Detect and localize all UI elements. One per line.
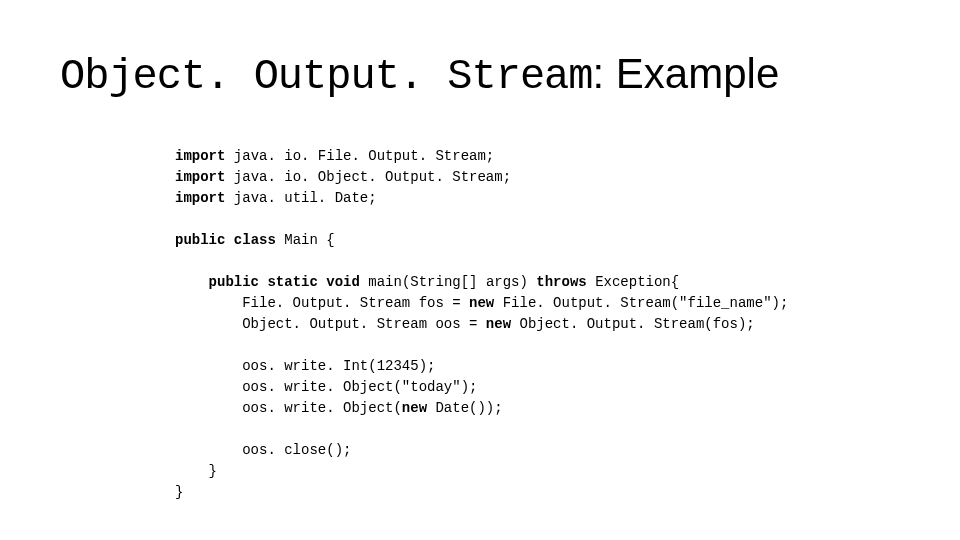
code-indent [175,274,209,290]
code-text: } [175,463,217,479]
code-text: Date()); [427,400,503,416]
keyword-public: public [209,274,259,290]
keyword-class: class [234,232,276,248]
code-text: File. Output. Stream fos = [175,295,469,311]
keyword-import: import [175,190,225,206]
keyword-import: import [175,169,225,185]
code-text: oos. write. Int(12345); [175,358,435,374]
code-text: Exception{ [587,274,679,290]
code-text: java. io. File. Output. Stream; [225,148,494,164]
code-text: java. util. Date; [225,190,376,206]
code-text: oos. write. Object("today"); [175,379,477,395]
keyword-throws: throws [536,274,586,290]
code-text: Object. Output. Stream(fos); [511,316,755,332]
keyword-void: void [326,274,360,290]
code-text: Main { [276,232,335,248]
code-text: } [175,484,183,500]
code-text: oos. close(); [175,442,351,458]
keyword-public: public [175,232,225,248]
slide-content: Object. Output. Stream: Example import j… [0,0,960,523]
keyword-static: static [267,274,317,290]
code-block: import java. io. File. Output. Stream; i… [175,146,900,503]
keyword-new: new [402,400,427,416]
code-text: java. io. Object. Output. Stream; [225,169,511,185]
code-text: File. Output. Stream("file_name"); [494,295,788,311]
slide-title: Object. Output. Stream: Example [60,50,900,101]
keyword-import: import [175,148,225,164]
code-text: main(String[] args) [360,274,536,290]
title-rest-part: : Example [593,50,780,97]
title-monospace-part: Object. Output. Stream [60,53,593,101]
keyword-new: new [469,295,494,311]
code-text: oos. write. Object( [175,400,402,416]
code-text: Object. Output. Stream oos = [175,316,486,332]
keyword-new: new [486,316,511,332]
